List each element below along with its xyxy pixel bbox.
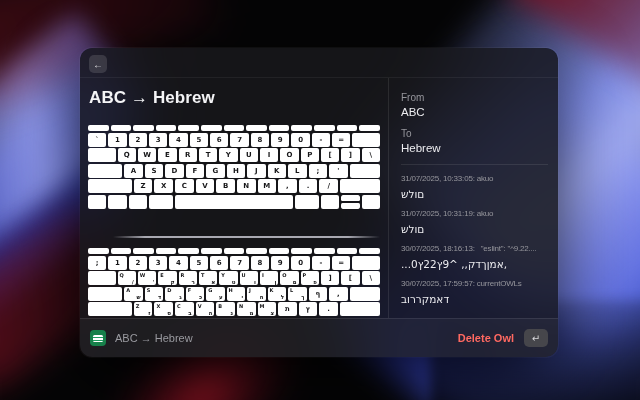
key-latin-label: W [140, 272, 146, 278]
key-H: Hי [227, 287, 245, 301]
key-K: K [268, 164, 286, 178]
keyboard-row: ZזXסCבVהBנNמMצתץ. [88, 302, 380, 316]
from-label: From [401, 92, 548, 103]
key-blank [178, 125, 199, 131]
key-label: [ [349, 274, 352, 282]
key-blank [88, 302, 132, 316]
key-ת: ת [278, 302, 297, 316]
key-9: 9 [271, 133, 289, 147]
key-.: . [299, 179, 318, 193]
key-label: 6 [217, 136, 222, 144]
return-key-button[interactable]: ↵ [524, 329, 548, 347]
key-blank [224, 125, 245, 131]
key-E: E [158, 148, 176, 162]
key-blank [88, 271, 116, 285]
key-latin-label: J [249, 287, 251, 293]
keyboard-row: AשSדDגFכGעHיJחKלLךף, [88, 287, 380, 301]
key-N: N [237, 179, 256, 193]
history-item: 30/07/2025, 17:59:57: currentOWLsבוררקמא… [401, 279, 548, 305]
key-R: Rר [179, 271, 197, 285]
key-label: ] [329, 274, 332, 282]
key-I: I [260, 148, 278, 162]
key-hebrew-label: ך [301, 294, 304, 300]
key-blank [269, 125, 290, 131]
key-blank [291, 248, 312, 254]
key-[: [ [321, 148, 339, 162]
key-label: G [212, 167, 218, 175]
key-label: 8 [257, 136, 262, 144]
key-G: Gע [206, 287, 224, 301]
key-3: 3 [149, 256, 167, 270]
key-hebrew-label: צ [271, 310, 275, 316]
key-hebrew-label: כ [199, 294, 202, 300]
key-hebrew-label: ג [179, 294, 181, 300]
key-blank [291, 125, 312, 131]
key-;: ; [309, 164, 327, 178]
back-button[interactable]: ← [89, 55, 107, 73]
key-blank [340, 302, 380, 316]
key-blank [350, 164, 381, 178]
key-label: ` [95, 136, 99, 144]
key-label: S [151, 167, 156, 175]
key-label: M [263, 182, 270, 190]
key-label: A [131, 167, 136, 175]
history-item: 31/07/2025, 10:31:19: akuoשלום [401, 209, 548, 235]
key-latin-label: O [282, 272, 286, 278]
key-label: 6 [217, 259, 222, 267]
key-blank [149, 195, 173, 209]
key-label: 7 [237, 136, 242, 144]
key-blank [314, 125, 335, 131]
key-hebrew-label: ' [153, 279, 155, 285]
key-blank [246, 125, 267, 131]
history-timestamp: 31/07/2025, 10:33:05: akuo [401, 174, 548, 183]
key-label: ; [316, 167, 319, 175]
footer-command-label: ABC → Hebrew [115, 332, 193, 344]
key-hebrew-label: ם [293, 279, 297, 285]
key-label: 3 [156, 259, 161, 267]
key-F: F [186, 164, 204, 178]
key-U: Uו [240, 271, 258, 285]
key-latin-label: I [262, 272, 264, 278]
key-label: W [143, 151, 151, 159]
key-hebrew-label: ז [148, 310, 150, 316]
key-blank [156, 125, 177, 131]
key-latin-label: V [198, 303, 202, 309]
key-label: ת [285, 305, 290, 313]
key-label: B [223, 182, 228, 190]
key-label: H [233, 167, 239, 175]
key--: - [312, 133, 330, 147]
key-blank [359, 125, 380, 131]
key-label: D [171, 167, 177, 175]
key-/: / [319, 179, 338, 193]
key-W: W [138, 148, 156, 162]
key-A: Aש [124, 287, 142, 301]
keyboard-row: ASDFGHJKL;' [88, 164, 380, 178]
key-latin-label: K [270, 287, 274, 293]
key-blank [178, 248, 199, 254]
key-6: 6 [210, 256, 228, 270]
key-label: 5 [196, 136, 201, 144]
key-hebrew-label: ן [274, 279, 276, 285]
key-[: [ [341, 271, 359, 285]
key-T: T [199, 148, 217, 162]
key-latin-label: B [218, 303, 222, 309]
key-V: V [196, 179, 215, 193]
key-V: Vה [196, 302, 215, 316]
key-label: F [192, 167, 197, 175]
delete-owl-button[interactable]: Delete Owl [458, 332, 514, 344]
key-2: 2 [129, 133, 147, 147]
key-Y: Y [219, 148, 237, 162]
history-item: 31/07/2025, 10:33:05: akuoשלום [401, 174, 548, 200]
key-latin-label: R [181, 272, 185, 278]
keyboard-row: ZXCVBNM,./ [88, 179, 380, 193]
key-,: , [329, 287, 347, 301]
key-label: 7 [237, 259, 242, 267]
key-blank [108, 195, 126, 209]
key-L: L [288, 164, 306, 178]
key-C: C [175, 179, 194, 193]
key-blank [295, 195, 319, 209]
key-latin-label: A [126, 287, 130, 293]
key-C: Cב [175, 302, 194, 316]
key-Y: Yט [219, 271, 237, 285]
history-timestamp: 30/07/2025, 17:59:57: currentOWLs [401, 279, 548, 288]
